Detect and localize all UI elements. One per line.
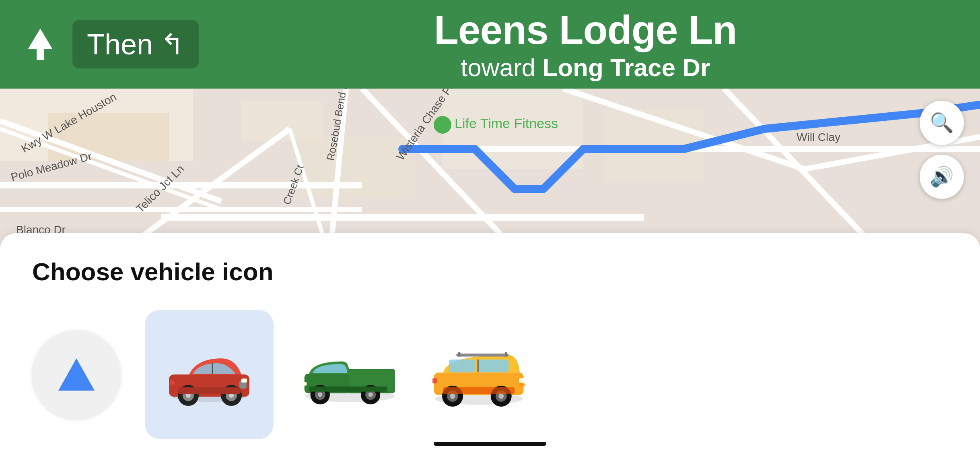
toward-text: toward Long Trace Dr — [461, 53, 710, 82]
search-button[interactable]: 🔍 — [920, 101, 964, 145]
svg-rect-60 — [458, 352, 461, 356]
street-info: Leens Lodge Ln toward Long Trace Dr — [215, 7, 956, 82]
street-name: Leens Lodge Ln — [434, 7, 737, 53]
svg-rect-67 — [432, 378, 437, 383]
sound-button[interactable]: 🔊 — [920, 155, 964, 199]
svg-point-20 — [434, 116, 451, 134]
vehicle-icon-title: Choose vehicle icon — [32, 257, 948, 286]
svg-rect-74 — [443, 387, 515, 394]
svg-text:Will Clay: Will Clay — [797, 131, 840, 143]
svg-rect-44 — [178, 387, 241, 394]
nav-arrow-triangle — [58, 358, 95, 391]
vehicle-options — [32, 310, 948, 439]
map-controls: 🔍 🔊 — [920, 101, 964, 199]
svg-rect-66 — [519, 383, 525, 386]
svg-rect-56 — [309, 387, 387, 392]
svg-rect-65 — [519, 378, 525, 383]
vehicle-option-suv[interactable] — [426, 338, 531, 411]
up-arrow-icon — [24, 29, 56, 60]
svg-rect-63 — [479, 360, 509, 372]
then-badge: Then ↰ — [72, 20, 199, 68]
svg-rect-35 — [241, 379, 247, 383]
red-car-icon — [161, 342, 257, 407]
svg-rect-37 — [170, 381, 175, 385]
nav-header: Then ↰ Leens Lodge Ln toward Long Trace … — [0, 0, 980, 89]
svg-point-73 — [498, 393, 504, 399]
svg-rect-62 — [449, 360, 475, 372]
vehicle-option-arrow[interactable] — [32, 330, 121, 419]
bottom-sheet: Choose vehicle icon — [0, 233, 980, 453]
turn-left-icon: ↰ — [160, 27, 184, 61]
vehicle-option-truck[interactable] — [298, 342, 402, 407]
svg-point-70 — [450, 393, 455, 399]
sound-icon: 🔊 — [930, 165, 954, 188]
green-truck-icon — [298, 342, 402, 407]
search-icon: 🔍 — [930, 112, 954, 134]
svg-rect-59 — [456, 354, 509, 356]
map-area: Life Time Fitness Polo Meadow Dr Kwy W L… — [0, 89, 980, 258]
svg-text:Life Time Fitness: Life Time Fitness — [455, 116, 558, 131]
vehicle-option-car[interactable] — [145, 310, 274, 439]
then-label: Then — [87, 28, 153, 61]
svg-rect-49 — [301, 382, 307, 386]
svg-rect-61 — [505, 352, 507, 356]
svg-point-52 — [318, 393, 322, 397]
home-indicator — [434, 442, 546, 446]
svg-point-55 — [369, 393, 373, 397]
yellow-suv-icon — [426, 338, 531, 411]
